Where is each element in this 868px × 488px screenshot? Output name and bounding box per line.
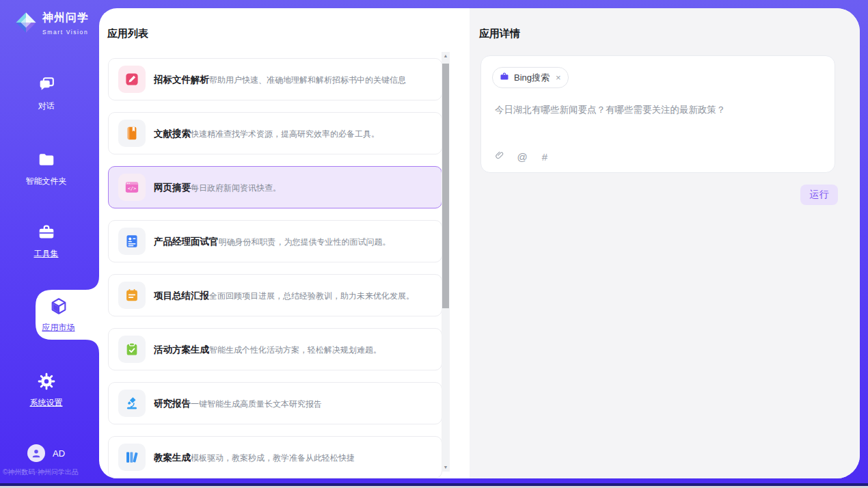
sidebar-item-label: 应用市场 [18, 322, 99, 334]
scroll-down-icon[interactable]: ▼ [442, 463, 450, 472]
bottom-accent-bar [0, 483, 868, 486]
run-button[interactable]: 运行 [800, 185, 838, 205]
app-card[interactable]: 招标文件解析帮助用户快速、准确地理解和解析招标书中的关键信息 [108, 58, 442, 100]
tool-tag-label: Bing搜索 [514, 72, 550, 84]
app-card[interactable]: 项目总结汇报全面回顾项目进展，总结经验教训，助力未来优化发展。 [108, 274, 442, 316]
resume-icon [118, 228, 146, 255]
cube-icon [49, 306, 68, 318]
query-input[interactable]: 今日湖北有哪些新闻要点？有哪些需要关注的最新政策？ [495, 104, 823, 116]
app-card[interactable]: 产品经理面试官明确身份和职责，为您提供专业性的面试问题。 [108, 220, 442, 262]
card-title: 产品经理面试官 [154, 236, 219, 247]
app-list-scrollbar[interactable]: ▲ ▼ [442, 52, 450, 472]
sidebar: 神州问学 Smart Vision 对话智能文件夹工具集应用市场系统设置 AD … [0, 0, 99, 483]
chat-icon [37, 85, 56, 96]
app-detail-title: 应用详情 [479, 27, 520, 40]
browser-code-icon: </> [118, 174, 146, 201]
pen-icon [118, 66, 146, 93]
card-description: 一键智能生成高质量长文本研究报告 [191, 399, 322, 409]
card-description: 每日政府新闻资讯快查。 [191, 183, 281, 193]
sidebar-item-label: 系统设置 [0, 397, 92, 409]
user-avatar-icon[interactable] [27, 444, 45, 462]
brand-name: 神州问学 [42, 12, 89, 23]
diamond-logo-icon [14, 11, 38, 37]
card-title: 教案生成 [154, 452, 191, 463]
app-card[interactable]: 研究报告一键智能生成高质量长文本研究报告 [108, 382, 442, 424]
briefcase-icon [500, 72, 509, 84]
sidebar-item-folder[interactable]: 智能文件夹 [0, 150, 92, 187]
card-title: 网页摘要 [154, 182, 191, 193]
hash-icon[interactable]: # [539, 151, 550, 163]
app-card[interactable]: </>网页摘要每日政府新闻资讯快查。 [108, 166, 442, 208]
clipboard-check-icon [118, 336, 146, 363]
close-icon[interactable]: × [556, 73, 561, 82]
card-title: 项目总结汇报 [154, 290, 209, 301]
microscope-icon [118, 390, 146, 417]
tool-tag[interactable]: Bing搜索 × [492, 67, 569, 88]
gear-icon [37, 381, 56, 393]
user-row: AD [27, 444, 65, 462]
scroll-up-icon[interactable]: ▲ [442, 52, 450, 60]
main-panel: 应用列表 应用详情 招标文件解析帮助用户快速、准确地理解和解析招标书中的关键信息… [99, 8, 860, 478]
scrollbar-thumb[interactable] [442, 64, 449, 308]
sidebar-item-label: 对话 [0, 100, 92, 112]
card-description: 模板驱动，教案秒成，教学准备从此轻松快捷 [191, 453, 355, 463]
sidebar-item-gear[interactable]: 系统设置 [0, 372, 92, 409]
book-icon [118, 120, 146, 147]
books-icon [118, 444, 146, 471]
app-card[interactable]: 活动方案生成智能生成个性化活动方案，轻松解决规划难题。 [108, 328, 442, 370]
app-detail-card: Bing搜索 × 今日湖北有哪些新闻要点？有哪些需要关注的最新政策？ @# [480, 55, 835, 173]
card-title: 研究报告 [154, 398, 191, 409]
brand-logo: 神州问学 Smart Vision [14, 11, 96, 37]
card-description: 快速精准查找学术资源，提高研究效率的必备工具。 [191, 129, 379, 139]
app-window: 神州问学 Smart Vision 对话智能文件夹工具集应用市场系统设置 AD … [0, 0, 868, 488]
sidebar-item-toolbox[interactable]: 工具集 [0, 223, 92, 260]
svg-text:</>: </> [128, 186, 136, 191]
sidebar-item-chat[interactable]: 对话 [0, 75, 92, 112]
card-title: 文献搜索 [154, 128, 191, 139]
card-title: 活动方案生成 [154, 344, 209, 355]
sidebar-item-cube[interactable]: 应用市场 [18, 297, 99, 334]
sidebar-item-label: 工具集 [0, 248, 92, 260]
paperclip-icon[interactable] [494, 150, 505, 163]
folder-icon [37, 160, 56, 172]
card-description: 智能生成个性化活动方案，轻松解决规划难题。 [209, 345, 381, 355]
brand-subtitle: Smart Vision [42, 29, 88, 36]
sidebar-item-label: 智能文件夹 [0, 176, 92, 187]
calendar-icon [118, 282, 146, 309]
toolbox-icon [37, 232, 56, 244]
user-label: AD [53, 448, 65, 459]
sidebar-footer-text: ©神州数码·神州问学出品 [3, 467, 98, 477]
app-card[interactable]: 文献搜索快速精准查找学术资源，提高研究效率的必备工具。 [108, 112, 442, 154]
card-title: 招标文件解析 [154, 74, 209, 85]
card-description: 全面回顾项目进展，总结经验教训，助力未来优化发展。 [209, 291, 414, 301]
card-description: 明确身份和职责，为您提供专业性的面试问题。 [219, 237, 391, 247]
app-card[interactable]: 教案生成模板驱动，教案秒成，教学准备从此轻松快捷 [108, 436, 442, 478]
card-description: 帮助用户快速、准确地理解和解析招标书中的关键信息 [209, 75, 406, 85]
app-list-title: 应用列表 [107, 27, 148, 40]
mention-icon[interactable]: @ [517, 151, 528, 163]
